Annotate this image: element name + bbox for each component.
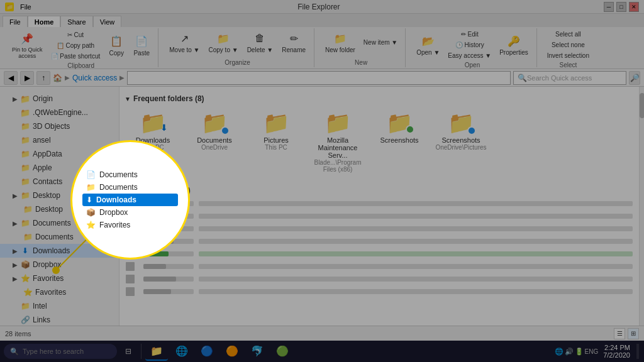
copy-icon: 📋 xyxy=(109,35,123,48)
search-box[interactable]: 🔍 Search Quick access xyxy=(513,71,626,85)
qa-item-screenshots-onedrive[interactable]: 📁 Screenshots OneDrive\Pictures xyxy=(433,107,489,176)
select-all-button[interactable]: Select all xyxy=(545,30,592,39)
taskbar-search[interactable]: 🔍 Type here to search xyxy=(4,344,117,359)
sidebar-item-qtwebengine[interactable]: 📁 .QtWebEngine... xyxy=(0,106,119,119)
qa-item-pictures[interactable]: 📁 Pictures This PC xyxy=(248,107,304,176)
breadcrumb-area: 🏠 ▶ Quick access ▶ xyxy=(53,74,125,82)
sidebar-item-3dobjects[interactable]: 📁 3D Objects xyxy=(0,119,119,133)
recent-row[interactable] xyxy=(125,273,634,285)
grid-view-button[interactable]: ⊞ xyxy=(628,328,639,339)
ribbon-group-select: Select all Select none Invert selection … xyxy=(540,28,597,67)
task-view-button[interactable]: ⊟ xyxy=(119,343,137,360)
chevron-icon: ▶ xyxy=(13,261,20,268)
up-button[interactable]: ↑ xyxy=(36,71,50,85)
rename-button[interactable]: ✏ Rename xyxy=(279,30,309,55)
sidebar-item-favorites[interactable]: ▶ ⭐ Favorites xyxy=(0,272,119,285)
menu-file[interactable]: File xyxy=(18,3,34,11)
paste-shortcut-button[interactable]: 📄 Paste shortcut xyxy=(48,52,103,61)
qa-item-downloads[interactable]: 📁 ⬇ Downloads This PC xyxy=(125,107,181,176)
recent-row[interactable] xyxy=(125,285,634,298)
recent-row[interactable] xyxy=(125,248,634,260)
sidebar-item-links[interactable]: 🔗 Links xyxy=(0,313,119,326)
sidebar-item-desktop2[interactable]: 📁 Desktop xyxy=(0,202,119,216)
sidebar-label-dropbox: Dropbox xyxy=(33,260,61,269)
history-button[interactable]: 🕒 History xyxy=(445,40,494,50)
sidebar-item-appdata[interactable]: 📁 AppData xyxy=(0,147,119,161)
sidebar-label-desktop: Desktop xyxy=(33,191,60,200)
recent-row[interactable] xyxy=(125,222,634,235)
tab-view[interactable]: View xyxy=(93,16,122,27)
search-icon: 🔍 xyxy=(10,348,19,356)
forward-button[interactable]: ▶ xyxy=(20,71,34,85)
taskbar-firefox[interactable]: 🐬 xyxy=(246,342,269,361)
taskbar-file-explorer[interactable]: 📁 xyxy=(145,342,168,361)
search-placeholder: Search Quick access xyxy=(527,74,592,82)
sidebar-label-ansel: ansel xyxy=(33,136,51,145)
show-desktop-button[interactable] xyxy=(636,344,639,359)
copy-button[interactable]: 📋 Copy xyxy=(105,33,128,58)
pin-quick-access-button[interactable]: 📌 Pin to Quickaccess xyxy=(9,30,46,61)
collapse-icon[interactable]: ▼ xyxy=(125,96,131,102)
qa-item-mozilla[interactable]: 📁 Mozilla Maintenance Serv... Blade...\P… xyxy=(309,107,366,176)
select-none-button[interactable]: Select none xyxy=(545,40,592,50)
breadcrumb-item[interactable]: Quick access xyxy=(72,74,117,82)
maximize-button[interactable]: □ xyxy=(616,2,626,12)
copy-path-button[interactable]: 📋 Copy path xyxy=(48,41,103,50)
recent-row[interactable] xyxy=(125,210,634,222)
file-name-bar xyxy=(199,214,633,219)
sidebar-item-origin[interactable]: ▶ 📁 Origin xyxy=(0,92,119,106)
sidebar-item-documents2[interactable]: 📁 Documents xyxy=(0,230,119,244)
invert-selection-button[interactable]: Invert selection xyxy=(545,51,592,60)
tab-file[interactable]: File xyxy=(3,16,28,27)
address-path-box[interactable] xyxy=(127,71,511,85)
recent-row[interactable] xyxy=(125,197,634,210)
file-icon xyxy=(126,250,135,258)
edit-button[interactable]: ✏ Edit xyxy=(445,30,494,39)
delete-button[interactable]: 🗑 Delete ▼ xyxy=(244,30,277,55)
list-view-button[interactable]: ☰ xyxy=(614,328,625,339)
taskbar-app3[interactable]: 🟢 xyxy=(271,342,294,361)
taskbar-app2[interactable]: 🟠 xyxy=(221,342,243,361)
recent-row[interactable] xyxy=(125,235,634,248)
minimize-button[interactable]: ─ xyxy=(604,2,614,12)
easy-access-button[interactable]: Easy access ▼ xyxy=(445,51,494,60)
new-item-button[interactable]: New item ▼ xyxy=(361,38,400,47)
taskbar-app1[interactable]: 🔵 xyxy=(196,342,218,361)
content-scrollbar[interactable] xyxy=(639,87,644,326)
new-folder-button[interactable]: 📁 New folder xyxy=(322,30,358,55)
move-to-button[interactable]: ↗ Move to ▼ xyxy=(166,30,203,55)
qa-name-mozilla: Mozilla Maintenance Serv... xyxy=(313,136,363,159)
close-button[interactable]: ✕ xyxy=(629,2,639,12)
folder-icon: 📁 xyxy=(325,110,351,135)
qa-sub-pictures: This PC xyxy=(265,144,287,151)
sidebar-item-intel[interactable]: 📁 Intel xyxy=(0,299,119,313)
sidebar-item-favorites2[interactable]: ⭐ Favorites xyxy=(0,285,119,299)
app-icon: 📁 xyxy=(5,3,14,11)
copy-to-button[interactable]: 📁 Copy to ▼ xyxy=(205,30,241,55)
folder-icon: 📁 xyxy=(20,218,30,228)
open-small-group: ✏ Edit 🕒 History Easy access ▼ xyxy=(445,30,494,60)
tab-share[interactable]: Share xyxy=(60,16,92,27)
sidebar-item-dropbox[interactable]: ▶ 📦 Dropbox xyxy=(0,258,119,272)
qa-icon-wrap-screenshots: 📁 xyxy=(384,110,414,135)
recent-row[interactable] xyxy=(125,260,634,273)
tab-home[interactable]: Home xyxy=(28,16,61,27)
qa-item-screenshots[interactable]: 📁 Screenshots xyxy=(371,107,428,176)
sidebar-item-apple[interactable]: 📁 Apple xyxy=(0,161,119,175)
open-button[interactable]: 📂 Open ▼ xyxy=(413,32,443,58)
search-button[interactable]: 🔎 xyxy=(629,71,640,85)
cut-button[interactable]: ✂ Cut xyxy=(48,30,103,40)
back-button[interactable]: ◀ xyxy=(4,71,18,85)
recent-collapse-icon[interactable]: ▼ xyxy=(125,187,133,194)
paste-button[interactable]: 📄 Paste xyxy=(130,33,153,58)
select-small-group: Select all Select none Invert selection xyxy=(545,30,592,60)
sidebar-item-downloads[interactable]: ▶ ⬇ Downloads xyxy=(0,244,119,258)
organize-label: Organize xyxy=(225,59,250,66)
sidebar-item-ansel[interactable]: 📁 ansel xyxy=(0,133,119,147)
qa-item-documents-onedrive[interactable]: 📁 Documents OneDrive xyxy=(186,107,243,176)
taskbar-edge[interactable]: 🌐 xyxy=(170,342,193,361)
properties-button[interactable]: 🔑 Properties xyxy=(496,32,531,58)
sidebar-item-desktop[interactable]: ▶ 📁 Desktop xyxy=(0,189,119,202)
sidebar-item-documents[interactable]: ▶ 📁 Documents xyxy=(0,216,119,230)
sidebar-item-contacts[interactable]: 📁 Contacts xyxy=(0,175,119,189)
